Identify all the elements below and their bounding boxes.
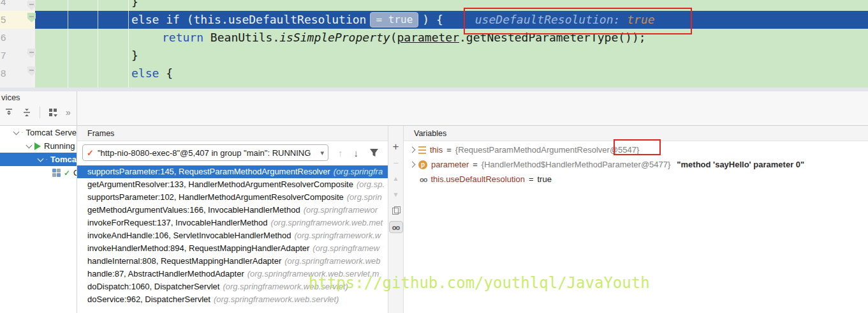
services-toolbar: » [4,107,71,118]
inline-value-hint: = true [370,12,418,27]
parameter-icon: p [418,160,427,169]
add-watch-icon[interactable]: + [393,142,399,151]
chevron-down-icon[interactable]: ▾ [320,149,324,157]
stack-frame-row[interactable]: invokeForRequest:137, InvocableHandlerMe… [77,217,388,229]
toolwindow-header-band: vices » Debugger Server > Tomcat Lo [0,91,868,126]
variables-panel-header: Variables [404,126,868,141]
stack-frame-row[interactable]: supportsParameter:145, RequestParamMetho… [77,165,388,178]
frames-toolbar: ↑ ↓ [338,148,379,158]
watches-toolbar: + − ▲ ▼ oo [388,126,404,313]
stack-frame-row[interactable]: doDispatch:1060, DispatcherServlet(org.s… [77,280,388,293]
code-line-4: } [36,0,868,11]
stack-frame-row[interactable]: getArgumentResolver:133, HandlerMethodAr… [77,178,388,191]
code-line-7: } [36,47,868,65]
services-panel-title: vices [1,93,20,102]
panel-divider[interactable] [77,91,77,313]
ide-debug-window: 4 5 6 7 8 } else if (this.useDefaultReso… [0,0,868,313]
toolbar-separator [40,107,40,118]
code-text: else if (this.useDefaultResolution [131,13,366,26]
thread-label: "http-nio-8080-exec-8"@5,407 in group "m… [98,148,311,158]
thread-selector-row: ✓ "http-nio-8080-exec-8"@5,407 in group … [77,141,388,164]
parameter-reference[interactable]: parameter [397,31,459,44]
line-number: 6 [1,29,11,47]
tree-item-tomcat-server[interactable]: Tomcat Serve [0,126,77,139]
code-line-5-current: else if (this.useDefaultResolution= true… [36,11,868,29]
duplicate-watch-icon[interactable] [392,206,399,214]
frames-panel: ✓ "http-nio-8080-exec-8"@5,407 in group … [77,141,388,313]
stack-frame-row[interactable]: getMethodArgumentValues:166, InvocableHa… [77,204,388,217]
stack-frame-row[interactable]: doService:962, DispatcherServlet(org.spr… [77,293,388,306]
line-number: 8 [1,65,11,82]
code-editor[interactable]: 4 5 6 7 8 } else if (this.useDefaultReso… [0,0,868,88]
collapse-all-icon[interactable] [22,107,32,118]
more-actions-icon[interactable]: » [66,107,71,118]
variables-panel: this = {RequestParamMethodArgumentResolv… [404,141,868,313]
inline-debugger-text: useDefaultResolution: true [475,13,655,26]
line-number: 5 [1,11,11,29]
run-status-icon [34,142,41,150]
tree-item-artifact[interactable]: ✓ G [0,166,77,179]
move-watch-up-icon[interactable]: ▲ [393,174,399,183]
frames-panel-header: Frames [77,126,388,141]
tree-item-running[interactable]: Running [0,139,77,153]
call-stack-list: supportsParameter:145, RequestParamMetho… [77,165,388,306]
filter-icon[interactable] [369,148,379,157]
show-watches-toggle-icon[interactable]: oo [389,221,403,233]
variable-row-parameter[interactable]: p parameter = {HandlerMethod$HandlerMeth… [404,157,868,172]
variable-row-this[interactable]: this = {RequestParamMethodArgumentResolv… [404,142,868,157]
chevron-down-icon[interactable] [26,142,33,148]
move-watch-down-icon[interactable]: ▼ [393,190,399,199]
chevron-down-icon[interactable] [38,155,44,162]
line-number: 7 [1,47,11,65]
next-frame-icon[interactable]: ↓ [354,148,359,158]
object-value-icon [418,146,426,154]
thread-status-icon: ✓ [87,148,94,158]
watch-icon: oo [420,176,427,183]
services-tree: Tomcat Serve Running Tomca ✓ G [0,126,77,313]
expand-all-icon[interactable] [4,107,14,118]
stack-frame-row[interactable]: handle:87, AbstractHandlerMethodAdapter(… [77,268,388,280]
deployed-check-icon: ✓ [64,169,70,178]
chevron-right-icon[interactable] [409,147,416,153]
chevron-right-icon[interactable] [409,162,416,168]
stack-frame-row[interactable]: supportsParameter:102, HandlerMethodArgu… [77,191,388,204]
stack-frame-row[interactable]: invokeHandlerMethod:894, RequestMappingH… [77,242,388,255]
watch-row-usedefaultresolution[interactable]: oo this.useDefaultResolution = true [404,172,868,187]
remove-watch-icon[interactable]: − [393,158,398,167]
tomcat-icon [22,128,23,137]
chevron-down-icon[interactable] [13,128,20,135]
group-by-icon[interactable] [48,107,58,118]
stack-frame-row[interactable]: handleInternal:808, RequestMappingHandle… [77,255,388,268]
previous-frame-icon[interactable]: ↑ [338,148,343,158]
code-text: ) { [422,13,443,26]
tomcat-icon [46,155,47,164]
line-number: 4 [1,0,11,11]
artifact-icon [52,169,61,177]
thread-dropdown[interactable]: ✓ "http-nio-8080-exec-8"@5,407 in group … [82,144,328,161]
tree-item-tomcat-selected[interactable]: Tomca [0,153,77,166]
code-line-8: else { [36,65,868,82]
code-line-6: return BeanUtils.isSimpleProperty(parame… [36,29,868,47]
stack-frame-row[interactable]: invokeAndHandle:106, ServletInvocableHan… [77,229,388,242]
